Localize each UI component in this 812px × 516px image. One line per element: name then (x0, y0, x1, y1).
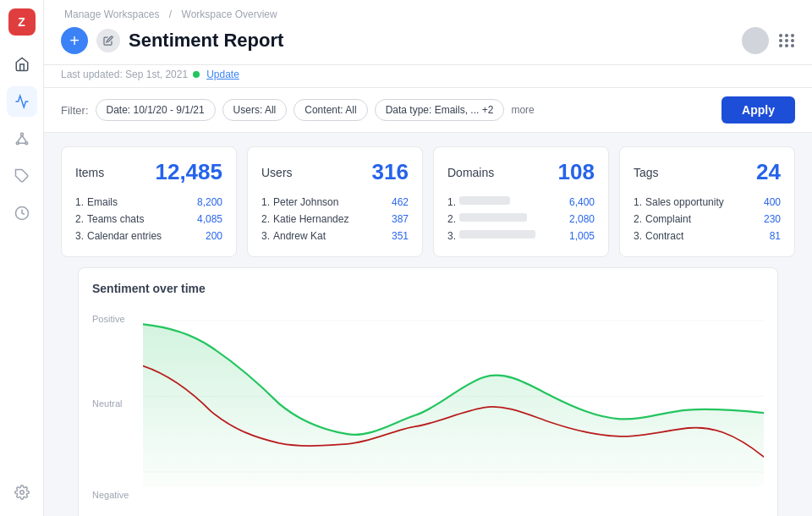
stats-grid: Items 12,485 1.Emails8,200 2.Teams chats… (61, 146, 795, 257)
y-label-positive: Positive (92, 314, 125, 324)
stat-items-list: 1.Emails8,200 2.Teams chats4,085 3.Calen… (75, 194, 222, 244)
list-item: 3.Contract81 (634, 228, 781, 244)
chart-container: Positive Neutral Negative (92, 305, 764, 516)
stat-items-title: Items (75, 166, 104, 179)
sidebar-item-tags[interactable] (7, 161, 37, 191)
stat-users-title: Users (261, 166, 293, 179)
more-filters-link[interactable]: more (511, 104, 534, 116)
online-indicator (193, 71, 200, 78)
stat-domains-title: Domains (447, 166, 494, 179)
stat-tags-list: 1.Sales opportunity400 2.Complaint230 3.… (634, 194, 781, 244)
y-label-negative: Negative (92, 490, 129, 500)
stat-domains-value: 108 (558, 159, 595, 185)
stat-domains-list: 1.6,400 2.2,080 3.1,005 (447, 194, 595, 244)
list-item: 2.Complaint230 (634, 211, 781, 228)
list-item: 3.Andrew Kat351 (261, 228, 409, 244)
page-title-group: + Sentiment Report (61, 27, 283, 54)
filter-datatype[interactable]: Data type: Emails, ... +2 (375, 99, 505, 121)
filter-bar: Filter: Date: 10/1/20 - 9/1/21 Users: Al… (44, 88, 812, 133)
edit-button[interactable] (96, 29, 120, 52)
status-bar: Last updated: Sep 1st, 2021 Update (44, 65, 812, 88)
avatar (742, 27, 769, 54)
svg-line-3 (17, 135, 21, 142)
stat-card-users-header: Users 316 (261, 159, 409, 185)
stat-items-value: 12,485 (155, 159, 222, 185)
stat-users-value: 316 (372, 159, 409, 185)
list-item: 1.Peter Johnson462 (261, 194, 409, 211)
filter-date[interactable]: Date: 10/1/20 - 9/1/21 (96, 99, 216, 121)
page-title: Sentiment Report (129, 30, 283, 52)
sidebar-item-chart[interactable] (7, 86, 37, 117)
stat-card-items: Items 12,485 1.Emails8,200 2.Teams chats… (61, 146, 237, 257)
list-item: 1.Emails8,200 (75, 194, 222, 211)
sidebar-item-history[interactable] (7, 198, 37, 228)
filter-users[interactable]: Users: All (222, 99, 288, 121)
y-label-neutral: Neutral (92, 398, 122, 409)
stat-card-domains: Domains 108 1.6,400 2.2,080 3.1,005 (433, 146, 609, 257)
header-right (742, 27, 795, 54)
list-item: 2.Katie Hernandez387 (261, 211, 409, 228)
last-updated-text: Last updated: Sep 1st, 2021 (61, 69, 188, 80)
stat-card-users: Users 316 1.Peter Johnson462 2.Katie Her… (247, 146, 423, 257)
chart-card: Sentiment over time Positive Neutral Neg… (78, 267, 778, 516)
app-menu[interactable] (779, 34, 795, 47)
list-item: 3.1,005 (447, 228, 595, 244)
stat-card-domains-header: Domains 108 (447, 159, 595, 185)
sidebar-item-settings[interactable] (7, 477, 37, 508)
list-item: 2.Teams chats4,085 (75, 211, 222, 228)
list-item: 1.6,400 (447, 194, 595, 211)
stat-card-tags-header: Tags 24 (634, 159, 781, 185)
update-link[interactable]: Update (206, 69, 239, 80)
svg-point-8 (19, 491, 24, 495)
list-item: 2.2,080 (447, 211, 595, 228)
stat-users-list: 1.Peter Johnson462 2.Katie Hernandez387 … (261, 194, 409, 244)
stats-area: Items 12,485 1.Emails8,200 2.Teams chats… (44, 133, 812, 516)
sidebar-item-home[interactable] (7, 49, 37, 80)
sidebar: Z (0, 0, 44, 516)
list-item: 1.Sales opportunity400 (634, 194, 781, 211)
sentiment-chart-svg (143, 305, 764, 487)
breadcrumb: Manage Workspaces / Workspace Overview (61, 8, 795, 20)
apply-button[interactable]: Apply (721, 96, 795, 124)
sidebar-item-network[interactable] (7, 124, 37, 154)
filter-label: Filter: (61, 104, 89, 117)
svg-line-4 (22, 135, 26, 142)
main-content: Manage Workspaces / Workspace Overview +… (44, 0, 812, 516)
page-header: + Sentiment Report (61, 27, 795, 54)
filter-content[interactable]: Content: All (294, 99, 367, 121)
svg-point-0 (20, 133, 23, 135)
app-logo: Z (8, 8, 36, 36)
stat-card-items-header: Items 12,485 (75, 159, 222, 185)
stat-card-tags: Tags 24 1.Sales opportunity400 2.Complai… (619, 146, 795, 257)
stat-tags-title: Tags (634, 166, 659, 179)
list-item: 3.Calendar entries200 (75, 228, 222, 244)
topbar: Manage Workspaces / Workspace Overview +… (44, 0, 812, 65)
stat-tags-value: 24 (756, 159, 781, 185)
chart-title: Sentiment over time (92, 282, 764, 295)
add-button[interactable]: + (61, 27, 88, 54)
